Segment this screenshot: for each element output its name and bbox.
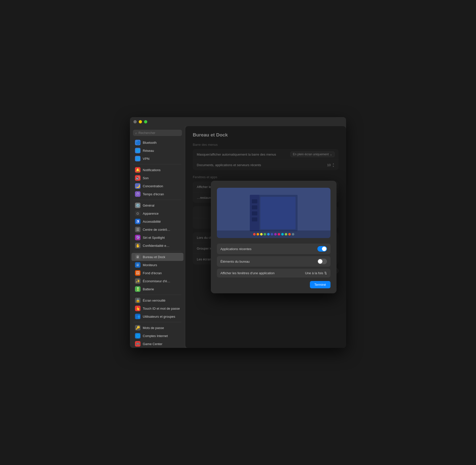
modal-row-elements-bureau: Éléments du bureau xyxy=(217,256,330,267)
sidebar-item-label: Bluetooth xyxy=(143,141,157,145)
ecran-verrouille-icon: 🔒 xyxy=(135,298,140,303)
sidebar-item-label: Siri et Spotlight xyxy=(143,236,165,240)
afficher-fenetres-dropdown[interactable]: Une à la fois ⇅ xyxy=(305,271,327,275)
apparence-icon: ⊙ xyxy=(135,211,140,216)
minimize-button[interactable] xyxy=(139,120,142,123)
dot xyxy=(278,233,280,236)
sidebar-item-label: Mots de passe xyxy=(143,326,164,330)
chevron-updown-icon: ⇅ xyxy=(324,271,327,275)
sidebar-item-label: Concentration xyxy=(143,184,163,188)
dot xyxy=(281,233,284,236)
sidebar-item-label: Son xyxy=(143,176,149,180)
confidentialite-icon: ✋ xyxy=(135,243,140,248)
bluetooth-icon: 🔵 xyxy=(135,140,140,145)
sidebar-item-label: Économiseur d'é… xyxy=(143,279,170,283)
comptes-internet-icon: 🌐 xyxy=(135,333,140,339)
search-input[interactable] xyxy=(138,131,180,135)
dot xyxy=(288,233,291,236)
touch-id-icon: 👆 xyxy=(135,306,140,311)
divider xyxy=(133,322,181,322)
modal-dialog: Applications récentes Éléments du bureau… xyxy=(211,181,337,293)
sidebar-item-bluetooth[interactable]: 🔵 Bluetooth xyxy=(131,138,183,147)
search-bar[interactable]: ⌕ xyxy=(133,130,182,136)
preview-dots xyxy=(217,230,330,238)
bureau-dock-icon: 🖥 xyxy=(135,254,140,260)
sidebar-item-son[interactable]: 🔊 Son xyxy=(131,174,183,182)
preview-main-area xyxy=(260,197,296,229)
dot xyxy=(271,233,273,236)
preview-icon-2 xyxy=(252,205,257,209)
close-button[interactable] xyxy=(133,120,137,123)
sidebar-item-bureau-dock[interactable]: 🖥 Bureau et Dock xyxy=(131,253,183,261)
sidebar-item-temps-ecran[interactable]: ⏱ Temps d'écran xyxy=(131,190,183,198)
preview-inner xyxy=(250,195,298,231)
dot xyxy=(257,233,259,236)
sidebar-item-siri[interactable]: 🔮 Siri et Spotlight xyxy=(131,234,183,242)
elements-bureau-toggle[interactable] xyxy=(317,259,327,264)
reseau-icon: 🌐 xyxy=(135,148,140,153)
economiseur-icon: ✨ xyxy=(135,278,140,284)
sidebar-item-touch-id[interactable]: 👆 Touch ID et mot de passe xyxy=(131,304,183,312)
sidebar-item-notifications[interactable]: 🔔 Notifications xyxy=(131,166,183,174)
search-icon: ⌕ xyxy=(135,131,137,135)
sidebar-item-label: Batterie xyxy=(143,287,154,291)
sidebar-item-label: Touch ID et mot de passe xyxy=(143,307,180,310)
sidebar-item-fond-ecran[interactable]: 🖼 Fond d'écran xyxy=(131,269,183,277)
notifications-icon: 🔔 xyxy=(135,167,140,173)
sidebar-item-label: Comptes Internet xyxy=(143,334,168,338)
maximize-button[interactable] xyxy=(144,120,147,123)
sidebar-item-label: Temps d'écran xyxy=(143,192,164,196)
traffic-lights xyxy=(133,120,147,123)
sidebar-item-moniteurs[interactable]: 🖥 Moniteurs xyxy=(131,261,183,269)
sidebar-item-mots-passe[interactable]: 🔑 Mots de passe xyxy=(131,324,183,332)
preview-icon-4 xyxy=(252,217,257,221)
sidebar-item-apparence[interactable]: ⊙ Apparence xyxy=(131,209,183,217)
general-icon: ⚙️ xyxy=(135,203,140,208)
sidebar-item-label: VPN xyxy=(143,157,150,161)
modal-footer: Terminé xyxy=(217,281,330,288)
afficher-fenetres-label: Afficher les fenêtres d'une application xyxy=(220,271,274,275)
sidebar-item-batterie[interactable]: 🔋 Batterie xyxy=(131,285,183,293)
sidebar-item-ecran-verrouille[interactable]: 🔒 Écran verrouillé xyxy=(131,296,183,304)
accessibilite-icon: ♿ xyxy=(135,219,140,224)
sidebar-item-concentration[interactable]: 🌙 Concentration xyxy=(131,182,183,190)
sidebar-item-label: Bureau et Dock xyxy=(143,255,165,259)
sidebar-item-label: Apparence xyxy=(143,212,159,215)
vpn-icon: 🌐 xyxy=(135,156,140,161)
titlebar xyxy=(130,117,346,126)
divider xyxy=(133,200,181,200)
sidebar-item-label: Réseau xyxy=(143,149,154,153)
content-area: ⌕ 🔵 Bluetooth 🌐 Réseau 🌐 VPN 🔔 Notificat… xyxy=(130,126,346,348)
utilisateurs-icon: 👥 xyxy=(135,314,140,319)
sidebar-item-confidentialite[interactable]: ✋ Confidentialité e… xyxy=(131,242,183,250)
termine-button[interactable]: Terminé xyxy=(310,281,330,288)
sidebar: ⌕ 🔵 Bluetooth 🌐 Réseau 🌐 VPN 🔔 Notificat… xyxy=(130,126,185,348)
sidebar-item-centre-controle[interactable]: ☰ Centre de contrô… xyxy=(131,225,183,234)
sidebar-item-label: Notifications xyxy=(143,168,161,172)
sidebar-item-economiseur[interactable]: ✨ Économiseur d'é… xyxy=(131,277,183,285)
elements-bureau-label: Éléments du bureau xyxy=(220,260,250,263)
sidebar-item-reseau[interactable]: 🌐 Réseau xyxy=(131,147,183,155)
sidebar-item-vpn[interactable]: 🌐 VPN xyxy=(131,155,183,163)
dot xyxy=(260,233,263,236)
sidebar-item-label: Général xyxy=(143,204,154,207)
sidebar-item-utilisateurs[interactable]: 👥 Utilisateurs et groupes xyxy=(131,312,183,320)
dot xyxy=(267,233,270,236)
applications-recentes-toggle[interactable] xyxy=(317,246,327,252)
son-icon: 🔊 xyxy=(135,175,140,181)
sidebar-item-game-center[interactable]: 🎮 Game Center xyxy=(131,340,183,348)
preview-icon-3 xyxy=(252,211,257,215)
dot xyxy=(274,233,277,236)
sidebar-item-general[interactable]: ⚙️ Général xyxy=(131,201,183,209)
sidebar-item-label: Moniteurs xyxy=(143,263,157,267)
sidebar-item-label: Utilisateurs et groupes xyxy=(143,315,175,318)
moniteurs-icon: 🖥 xyxy=(135,262,140,268)
sidebar-item-accessibilite[interactable]: ♿ Accessibilité xyxy=(131,217,183,225)
dot xyxy=(285,233,287,236)
preview-sidebar xyxy=(250,195,259,231)
divider xyxy=(133,295,181,295)
siri-icon: 🔮 xyxy=(135,235,140,240)
centre-controle-icon: ☰ xyxy=(135,227,140,232)
fond-ecran-icon: 🖼 xyxy=(135,270,140,276)
sidebar-item-comptes-internet[interactable]: 🌐 Comptes Internet xyxy=(131,332,183,340)
